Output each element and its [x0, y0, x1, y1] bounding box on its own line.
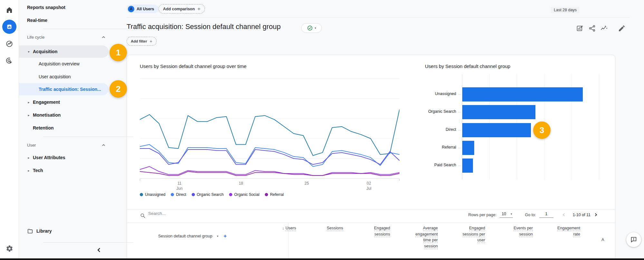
bar-chart-title: Users by Session default channel group	[425, 63, 510, 69]
section-label: User	[27, 143, 36, 148]
goto-page-input[interactable]	[539, 212, 553, 218]
chevron-up-icon[interactable]	[102, 144, 105, 146]
triangle-right-icon[interactable]: ▸	[24, 113, 33, 117]
sidebar-item-reports-snapshot[interactable]: Reports snapshot	[19, 1, 114, 14]
bar-unassigned[interactable]	[462, 87, 583, 101]
report-status-pill[interactable]: ▾	[301, 23, 322, 33]
add-comparison-button[interactable]: Add comparison +	[159, 4, 205, 14]
all-users-segment-chip[interactable]: A All Users	[127, 5, 158, 13]
triangle-down-icon[interactable]: ▾	[24, 50, 33, 53]
advertising-icon	[5, 57, 13, 65]
share-icon	[588, 24, 596, 32]
column-header-avg-engagement-time[interactable]: Average engagement time per session	[415, 225, 438, 249]
collapse-sidebar-button[interactable]	[96, 247, 101, 253]
bar-chart[interactable]	[462, 74, 601, 179]
add-dimension-icon[interactable]: +	[224, 233, 227, 239]
add-filter-button[interactable]: Add filter +	[127, 37, 157, 46]
column-header-sessions[interactable]: Sessions	[327, 225, 343, 231]
add-comparison-label: Add comparison	[163, 7, 195, 11]
chevron-down-icon[interactable]: ▾	[217, 235, 218, 238]
report-nav-sidebar: Reports snapshot Real-time Life cycle ▾ …	[19, 0, 121, 260]
legend-dot	[265, 193, 268, 196]
column-header-truncated: A	[601, 237, 604, 242]
customize-report-button[interactable]	[576, 24, 584, 32]
rows-per-page-select[interactable]: 10 ▾	[500, 212, 513, 218]
explore-icon	[5, 40, 13, 48]
advertising-nav-button[interactable]	[2, 54, 16, 68]
bar-category-label: Organic Search	[408, 109, 456, 115]
line-chart-title: Users by Session default channel group o…	[140, 63, 246, 69]
sidebar-item-monetisation[interactable]: ▸ Monetisation	[19, 109, 114, 121]
next-page-button[interactable]	[594, 213, 601, 217]
legend-item[interactable]: Referral	[265, 192, 284, 197]
legend-label: Referral	[270, 192, 284, 197]
line-chart[interactable]	[140, 74, 399, 179]
explore-nav-button[interactable]	[2, 37, 16, 51]
bar-direct[interactable]	[462, 123, 531, 137]
sidebar-item-library[interactable]: Library	[19, 225, 114, 237]
bar-organic-search[interactable]	[462, 105, 535, 119]
column-header-users[interactable]: ↓Users	[282, 225, 296, 231]
rows-per-page-label: Rows per page:	[468, 213, 497, 217]
sidebar-item-user-acquisition[interactable]: User acquisition	[19, 71, 114, 83]
reports-nav-button[interactable]	[2, 20, 16, 34]
triangle-right-icon[interactable]: ▸	[24, 101, 33, 104]
divider	[127, 209, 615, 209]
add-filter-label: Add filter	[131, 39, 147, 43]
x-axis-label: 18	[231, 181, 251, 186]
customize-report-icon	[576, 24, 584, 32]
legend-item[interactable]: Unassigned	[140, 192, 165, 197]
axis-tick	[399, 179, 399, 181]
sidebar-item-acquisition[interactable]: ▾ Acquisition	[19, 45, 109, 58]
section-label: Life cycle	[27, 35, 44, 40]
sidebar-item-label: Engagement	[33, 100, 60, 105]
bar-category-label: Direct	[408, 127, 456, 133]
legend-item[interactable]: Organic Social	[229, 192, 259, 197]
insights-button[interactable]	[600, 24, 608, 32]
sidebar-item-real-time[interactable]: Real-time	[19, 14, 114, 26]
section-header-user[interactable]: User	[19, 139, 114, 151]
sidebar-item-engagement[interactable]: ▸ Engagement	[19, 96, 114, 108]
feedback-button[interactable]	[626, 232, 641, 247]
sidebar-item-label: Traffic acquisition: Session...	[39, 87, 101, 92]
table-search-input[interactable]	[148, 211, 284, 216]
bar-category-label: Paid Search	[408, 163, 456, 169]
chevron-up-icon[interactable]	[102, 36, 105, 38]
x-axis-label: 11Jun	[170, 181, 189, 191]
axis-tick	[140, 179, 140, 181]
pencil-icon	[618, 24, 626, 32]
home-icon	[5, 6, 13, 14]
bar-referral[interactable]	[462, 141, 474, 155]
share-button[interactable]	[588, 24, 596, 32]
sidebar-item-label: User acquisition	[39, 74, 71, 79]
column-header-engaged-sessions-per-user[interactable]: Engaged sessions per user	[463, 225, 485, 243]
triangle-right-icon[interactable]: ▸	[24, 156, 33, 159]
date-range-selector[interactable]: Last 28 days	[551, 7, 580, 13]
legend-item[interactable]: Organic Search	[192, 192, 224, 197]
sidebar-item-label: Reports snapshot	[27, 5, 65, 10]
edit-report-button[interactable]	[618, 24, 626, 32]
sidebar-item-retention[interactable]: Retention	[19, 122, 114, 134]
column-header-events-per-session[interactable]: Events per session	[514, 225, 533, 237]
legend-dot	[192, 193, 195, 196]
segment-label: All Users	[137, 7, 154, 11]
legend-item[interactable]: Direct	[171, 192, 186, 197]
triangle-right-icon[interactable]: ▸	[24, 169, 33, 172]
gear-icon	[6, 245, 13, 252]
section-header-life-cycle[interactable]: Life cycle	[19, 31, 114, 43]
segment-avatar: A	[128, 6, 134, 12]
screen-bottom-bar	[0, 258, 644, 260]
home-nav-button[interactable]	[2, 3, 16, 17]
column-header-engagement-rate[interactable]: Engagement rate	[557, 225, 580, 237]
column-header-engaged-sessions[interactable]: Engaged sessions	[374, 225, 390, 237]
folder-icon	[27, 228, 33, 234]
settings-button[interactable]	[2, 241, 16, 255]
sidebar-item-tech[interactable]: ▸ Tech	[19, 164, 114, 177]
bar-paid-search[interactable]	[462, 159, 473, 173]
sidebar-item-traffic-acquisition[interactable]: Traffic acquisition: Session...	[19, 83, 109, 95]
bar-category-label: Referral	[408, 145, 456, 151]
sidebar-item-user-attributes[interactable]: ▸ User Attributes	[19, 151, 114, 164]
dimension-column-header[interactable]: Session default channel group ▾ +	[158, 233, 227, 239]
previous-page-button[interactable]	[562, 213, 570, 217]
sidebar-item-acquisition-overview[interactable]: Acquisition overview	[19, 58, 114, 70]
